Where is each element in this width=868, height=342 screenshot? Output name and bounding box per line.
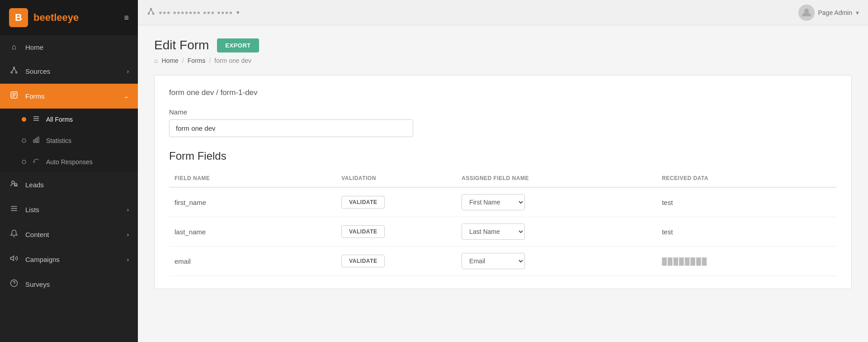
validation-cell: VALIDATE xyxy=(336,247,456,276)
svg-rect-14 xyxy=(38,137,39,142)
auto-responses-icon xyxy=(33,157,40,166)
assigned-cell: First Name Last Name Email Phone Company xyxy=(456,247,656,276)
assigned-field-select[interactable]: First Name Last Name Email Phone Company xyxy=(462,223,525,240)
chevron-down-icon: ⌄ xyxy=(124,93,129,100)
breadcrumb: ⌂ Home / Forms / form one dev xyxy=(154,57,852,64)
org-selector[interactable]: ●●● ●●●●●●● ●●● ●●●● ▾ xyxy=(147,7,240,18)
validate-button[interactable]: VALIDATE xyxy=(341,225,385,238)
sidebar-item-lists[interactable]: Lists › xyxy=(0,197,138,222)
name-form-group: Name xyxy=(169,108,837,137)
chevron-right-icon: › xyxy=(127,206,129,213)
sidebar-item-label: Forms xyxy=(25,92,45,100)
sidebar: B beetleeye ≡ ⌂ Home Sources › Forms ⌄ xyxy=(0,0,138,342)
sidebar-item-all-forms[interactable]: All Forms xyxy=(0,109,138,130)
form-fields-table: FIELD NAME VALIDATION ASSIGNED FIELD NAM… xyxy=(169,171,837,276)
sidebar-item-label: Campaigns xyxy=(25,256,60,263)
svg-point-15 xyxy=(12,181,14,184)
name-input[interactable] xyxy=(169,119,413,137)
form-card-title: form one dev / form-1-dev xyxy=(169,88,837,97)
user-avatar xyxy=(798,5,815,21)
form-card: form one dev / form-1-dev Name Form Fiel… xyxy=(154,75,852,289)
user-dropdown-icon: ▾ xyxy=(856,9,859,16)
hamburger-button[interactable]: ≡ xyxy=(124,13,129,23)
active-dot xyxy=(22,117,26,122)
sidebar-item-home[interactable]: ⌂ Home xyxy=(0,35,138,59)
svg-point-2 xyxy=(16,72,17,73)
sidebar-item-sources[interactable]: Sources › xyxy=(0,59,138,84)
validation-cell: VALIDATE xyxy=(336,217,456,247)
received-data-cell: ████████ xyxy=(656,247,837,276)
breadcrumb-current: form one dev xyxy=(214,57,251,64)
assigned-cell: First Name Last Name Email Phone Company xyxy=(456,187,656,217)
content-icon xyxy=(9,229,19,240)
col-header-field-name: FIELD NAME xyxy=(169,171,336,187)
table-row: email VALIDATE First Name Last Name Emai… xyxy=(169,247,837,276)
name-label: Name xyxy=(169,108,837,116)
export-button[interactable]: EXPORT xyxy=(217,38,259,52)
sources-icon xyxy=(9,66,19,76)
campaigns-icon xyxy=(9,254,19,265)
chevron-right-icon: › xyxy=(127,68,129,75)
field-name-cell: last_name xyxy=(169,217,336,247)
svg-rect-13 xyxy=(36,138,37,142)
field-name-cell: email xyxy=(169,247,336,276)
topbar: ●●● ●●●●●●● ●●● ●●●● ▾ Page Admin ▾ xyxy=(138,0,868,25)
sidebar-subitem-label: Auto Responses xyxy=(46,158,93,166)
svg-line-26 xyxy=(149,10,151,13)
breadcrumb-home-link[interactable]: Home xyxy=(161,57,178,64)
col-header-validation: VALIDATION xyxy=(336,171,456,187)
sidebar-item-forms[interactable]: Forms ⌄ xyxy=(0,84,138,109)
received-data-cell: test xyxy=(656,217,837,247)
breadcrumb-sep-1: / xyxy=(182,57,184,64)
sidebar-item-surveys[interactable]: Surveys xyxy=(0,272,138,297)
all-forms-icon xyxy=(33,115,40,124)
chevron-right-icon: › xyxy=(127,256,129,263)
sidebar-item-statistics[interactable]: Statistics xyxy=(0,130,138,151)
sidebar-item-label: Leads xyxy=(25,181,44,189)
lists-icon xyxy=(9,204,19,215)
forms-submenu: All Forms Statistics Auto Responses xyxy=(0,109,138,172)
org-name-text: ●●● ●●●●●●● ●●● ●●●● xyxy=(159,9,233,16)
sidebar-subitem-label: All Forms xyxy=(46,116,73,123)
inactive-dot xyxy=(22,160,26,164)
sidebar-nav: ⌂ Home Sources › Forms ⌄ xyxy=(0,35,138,297)
svg-point-1 xyxy=(11,72,12,73)
sidebar-item-campaigns[interactable]: Campaigns › xyxy=(0,247,138,272)
svg-point-24 xyxy=(148,13,149,14)
page-title: Edit Form xyxy=(154,38,209,52)
breadcrumb-forms-link[interactable]: Forms xyxy=(188,57,206,64)
validate-button[interactable]: VALIDATE xyxy=(341,255,385,267)
assigned-field-select[interactable]: First Name Last Name Email Phone Company xyxy=(462,253,525,269)
svg-line-4 xyxy=(14,68,16,72)
page-content: Edit Form EXPORT ⌂ Home / Forms / form o… xyxy=(138,25,868,342)
validate-button[interactable]: VALIDATE xyxy=(341,196,385,209)
sidebar-logo-area: B beetleeye ≡ xyxy=(0,0,138,35)
validation-cell: VALIDATE xyxy=(336,187,456,217)
user-menu[interactable]: Page Admin ▾ xyxy=(798,5,859,21)
sidebar-item-label: Sources xyxy=(25,67,50,75)
svg-rect-12 xyxy=(33,140,35,142)
user-name: Page Admin xyxy=(818,9,853,16)
received-data-cell: test xyxy=(656,187,837,217)
surveys-icon xyxy=(9,279,19,290)
assigned-field-select[interactable]: First Name Last Name Email Phone Company xyxy=(462,194,525,210)
logo-text: beetleeye xyxy=(33,12,79,24)
svg-point-23 xyxy=(151,8,152,10)
svg-line-3 xyxy=(12,68,14,72)
leads-icon xyxy=(9,180,19,190)
col-header-received: RECEIVED DATA xyxy=(656,171,837,187)
sidebar-item-label: Lists xyxy=(25,206,39,214)
table-row: first_name VALIDATE First Name Last Name… xyxy=(169,187,837,217)
sidebar-item-content[interactable]: Content › xyxy=(0,222,138,247)
statistics-icon xyxy=(33,136,40,145)
breadcrumb-home-icon: ⌂ xyxy=(154,57,158,64)
forms-icon xyxy=(9,91,19,101)
org-tree-icon xyxy=(147,7,155,18)
sidebar-item-leads[interactable]: Leads xyxy=(0,172,138,197)
sidebar-item-auto-responses[interactable]: Auto Responses xyxy=(0,151,138,172)
svg-point-25 xyxy=(153,13,154,14)
chevron-right-icon: › xyxy=(127,231,129,238)
org-dropdown-icon: ▾ xyxy=(236,9,240,16)
svg-marker-20 xyxy=(11,256,14,261)
field-name-cell: first_name xyxy=(169,187,336,217)
